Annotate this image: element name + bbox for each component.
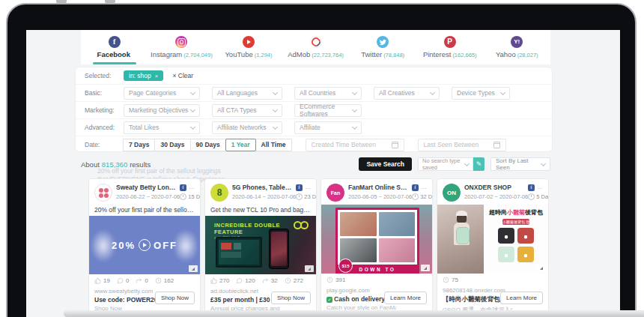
avatar[interactable]: ON	[443, 184, 461, 202]
heat-count: 391	[326, 277, 345, 283]
select-total-likes[interactable]: Total Likes	[124, 121, 200, 134]
avatar[interactable]: 8	[210, 184, 228, 202]
page-content: f Facebook Instagram(2,704,049) YouTube(…	[26, 30, 620, 317]
tab-youtube[interactable]: YouTube(1,294)	[215, 30, 282, 64]
like-count: 270	[210, 277, 229, 284]
expand-corner-icon[interactable]	[305, 265, 314, 272]
instagram-icon	[175, 36, 187, 48]
like-icon	[210, 277, 217, 284]
card-menu-button[interactable]: …	[421, 186, 427, 189]
ad-creative-thumbnail[interactable]: DOWN TO $15	[321, 205, 432, 274]
select-all-creatives[interactable]: All Creatives	[374, 87, 440, 100]
flower-logo-icon	[99, 188, 109, 198]
like-count: 19	[94, 277, 110, 284]
saved-search-select[interactable]: No search type saved	[418, 157, 473, 171]
edit-saved-search-button[interactable]: ✎	[473, 157, 484, 171]
creative-badge: 小雛菊後背包 現貨熱賣	[502, 219, 529, 225]
select-cta-types[interactable]: All CTA Types	[212, 104, 282, 117]
chevron-down-icon	[273, 89, 278, 94]
ad-creative-thumbnail[interactable]: 20% OFF	[89, 216, 200, 274]
facebook-badge-icon: f	[180, 184, 186, 191]
cta-button[interactable]: Shop Now	[155, 292, 195, 304]
filter-chip-shop[interactable]: in: shop ×	[124, 70, 163, 81]
card-header: Fan FanMart Online Shopping - F... f … 2…	[321, 179, 432, 205]
last-seen-between-input[interactable]: Last Seen Between	[418, 139, 506, 151]
ad-card-grid: Sweaty Betty London | Wom... f … 2020-06…	[88, 178, 549, 315]
ad-card-fanmart: Fan FanMart Online Shopping - F... f … 2…	[321, 178, 433, 315]
clear-filters-link[interactable]: × Clear	[172, 72, 193, 79]
play-icon[interactable]	[139, 239, 151, 251]
select-marketing-objectives[interactable]: Marketing Objectives	[124, 104, 200, 117]
page-name[interactable]: Sweaty Betty London | Wom...	[116, 184, 177, 191]
avatar[interactable]: Fan	[326, 184, 344, 202]
tab-twitter[interactable]: Twitter(78,848)	[349, 30, 416, 64]
heat-count: 75	[443, 277, 458, 283]
chip-close-icon[interactable]: ×	[155, 73, 159, 79]
select-affiliate[interactable]: Affiliate	[294, 121, 362, 134]
chevron-down-icon	[190, 106, 195, 112]
selected-filters-row: Selected: in: shop × × Clear	[76, 67, 552, 84]
date-range-30-days[interactable]: 30 Days	[154, 139, 190, 151]
facebook-icon: f	[109, 36, 121, 48]
bigspy-ad-search-page: f Facebook Instagram(2,704,049) YouTube(…	[0, 0, 644, 317]
card-menu-button[interactable]: …	[305, 186, 311, 189]
chevron-down-icon	[190, 124, 195, 129]
select-ecommerce-softwares[interactable]: ECommerce Softwares	[294, 104, 362, 117]
expand-corner-icon[interactable]	[189, 265, 198, 272]
engagement-counts: 75	[437, 274, 548, 285]
tooltip-line: 20% off your first pair of the sellout l…	[97, 167, 262, 175]
tab-instagram[interactable]: Instagram(2,704,049)	[148, 30, 216, 64]
engagement-counts: 19 0 0 162	[89, 274, 200, 286]
tab-yahoo[interactable]: Y! Yahoo(28,027)	[483, 30, 550, 64]
card-menu-button[interactable]: …	[189, 186, 195, 189]
tab-label: Pinterest	[423, 50, 452, 58]
cta-button[interactable]: Shop Now	[271, 292, 311, 304]
select-affiliate-networks[interactable]: Affiliate Networks	[212, 121, 282, 134]
facebook-badge-icon: f	[528, 184, 535, 191]
tv-graphic	[216, 237, 262, 268]
card-header: Sweaty Betty London | Wom... f … 2020-06…	[89, 179, 200, 205]
select-all-languages[interactable]: All Languages	[212, 87, 282, 100]
expand-corner-icon[interactable]	[421, 265, 430, 271]
tab-count: (2,704,049)	[183, 52, 212, 58]
tab-count: (28,027)	[517, 52, 538, 58]
ad-creative-thumbnail[interactable]: 超時尚小雛菊後背包 小雛菊後背包 現貨熱賣	[437, 205, 548, 274]
heat-count: 272	[285, 277, 303, 284]
avatar[interactable]	[94, 184, 112, 202]
card-menu-button[interactable]: …	[537, 186, 543, 189]
cta-button[interactable]: Learn More	[500, 292, 543, 304]
select-page-categories[interactable]: Page Categories	[124, 87, 200, 100]
save-search-button[interactable]: Save Search	[359, 157, 412, 171]
creative-title: 超時尚小雛菊後背包	[484, 208, 548, 217]
tab-pinterest[interactable]: P Pinterest(162,665)	[416, 30, 484, 64]
created-time-between-input[interactable]: Created Time Between	[306, 139, 404, 151]
date-range-7-days[interactable]: 7 Days	[123, 139, 155, 151]
ad-creative-thumbnail[interactable]: INCREDIBLE DOUBLEFEATURE with TCL 10 Pro	[205, 216, 316, 274]
cta-button[interactable]: Learn More	[384, 292, 427, 304]
engagement-counts: 391	[321, 274, 432, 285]
select-device-types[interactable]: Device Types	[452, 87, 510, 100]
tab-count: (162,665)	[452, 52, 476, 58]
share-count: 32	[262, 277, 278, 284]
clock-icon	[412, 193, 419, 200]
chevron-down-icon	[352, 124, 357, 129]
select-all-countries[interactable]: All Countries	[294, 87, 362, 100]
date-range-90-days[interactable]: 90 Days	[190, 139, 226, 151]
date-range-all-time[interactable]: All Time	[255, 139, 292, 151]
page-name[interactable]: 5G Phones, Tablets & SIMs | ...	[232, 184, 293, 191]
date-range-1-year[interactable]: 1 Year	[225, 139, 256, 151]
page-name[interactable]: ONXDER SHOP	[464, 184, 525, 191]
sort-by-select[interactable]: Sort By Last Seen	[490, 157, 550, 171]
tab-label: Facebook	[97, 50, 130, 58]
laptop-base	[64, 310, 644, 317]
creative-text-panel: 超時尚小雛菊後背包 小雛菊後背包 現貨熱賣	[484, 205, 548, 274]
heat-count: 162	[155, 277, 174, 284]
expand-corner-icon[interactable]	[537, 265, 546, 271]
tab-facebook[interactable]: f Facebook	[81, 30, 148, 64]
clock-icon	[180, 193, 186, 200]
card-header: 8 5G Phones, Tablets & SIMs | ... f … 20…	[205, 179, 316, 205]
ad-headline: £35 per month | £30 upfront | ...	[205, 295, 280, 304]
chevron-down-icon	[500, 89, 505, 94]
tab-admob[interactable]: AdMob(22,723,764)	[282, 30, 350, 64]
page-name[interactable]: FanMart Online Shopping - F...	[348, 184, 409, 191]
